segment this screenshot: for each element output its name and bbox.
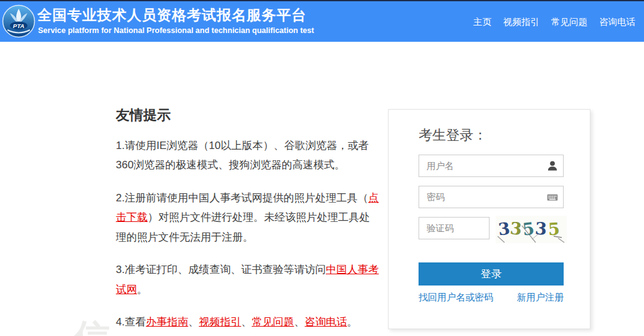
pta-logo: PTA (2, 4, 36, 38)
page-subtitle: Service platform for National Profession… (38, 26, 314, 35)
captcha-field-wrap (419, 217, 490, 239)
tip-4-sep: 、 (241, 316, 252, 328)
tip-item-4: 4.查看办事指南、视频指引、常见问题、咨询电话。 (116, 312, 380, 332)
login-title: 考生登录： (419, 126, 487, 145)
tip-item-3: 3.准考证打印、成绩查询、证书查验等请访问中国人事考试网。 (116, 260, 380, 299)
username-input[interactable] (419, 155, 564, 177)
tip-item-2: 2.注册前请使用中国人事考试网提供的照片处理工具（点击下载）对照片文件进行处理。… (116, 188, 380, 247)
login-links-row: 找回用户名或密码 新用户注册 (419, 292, 564, 304)
register-link[interactable]: 新用户注册 (517, 292, 564, 304)
tips-heading: 友情提示 (116, 106, 380, 125)
svg-text:3: 3 (509, 218, 523, 239)
nav-home-link[interactable]: 主页 (473, 16, 491, 28)
username-field-wrap (419, 155, 564, 177)
phone-red-link[interactable]: 咨询电话 (305, 316, 347, 328)
captcha-digits: 3 3 5 3 5 (496, 216, 567, 243)
header-top-stripe (0, 0, 644, 1)
password-input[interactable] (419, 186, 564, 208)
svg-text:3: 3 (534, 219, 547, 239)
forgot-credentials-link[interactable]: 找回用户名或密码 (419, 292, 493, 304)
tip-4-before: 4.查看 (116, 316, 146, 328)
pta-logo-icon: PTA (2, 4, 36, 38)
svg-text:5: 5 (547, 219, 560, 239)
header: PTA 全国专业技术人员资格考试报名服务平台 Service platform … (0, 1, 644, 42)
captcha-input[interactable] (419, 217, 490, 239)
candidate-login-panel: 考生登录： (388, 109, 590, 329)
svg-text:5: 5 (521, 219, 535, 239)
faq-red-link[interactable]: 常见问题 (252, 316, 294, 328)
service-guide-link[interactable]: 办事指南 (146, 316, 188, 328)
tip-4-after: 。 (347, 316, 358, 328)
watermark-glyph: 信 (73, 319, 110, 336)
tip-4-sep: 、 (294, 316, 305, 328)
tip-2-after: ）对照片文件进行处理。未经该照片处理工具处理的照片文件无法用于注册。 (116, 211, 370, 242)
video-guide-red-link[interactable]: 视频指引 (199, 316, 241, 328)
tip-3-before: 3.准考证打印、成绩查询、证书查验等请访问 (116, 264, 326, 276)
tip-2-before: 2.注册前请使用中国人事考试网提供的照片处理工具（ (116, 192, 368, 204)
password-field-wrap (419, 186, 564, 208)
header-nav: 主页 视频指引 常见问题 咨询电话 (473, 16, 635, 28)
friendly-tips-section: 友情提示 1.请使用IE浏览器（10以上版本）、谷歌浏览器，或者360浏览器的极… (116, 106, 380, 336)
svg-text:3: 3 (497, 219, 511, 239)
page-title: 全国专业技术人员资格考试报名服务平台 (37, 6, 306, 25)
tip-3-after: 。 (137, 284, 148, 295)
tip-item-1: 1.请使用IE浏览器（10以上版本）、谷歌浏览器，或者360浏览器的极速模式、搜… (116, 136, 380, 175)
svg-text:PTA: PTA (13, 22, 24, 29)
tip-1-text: 1.请使用IE浏览器（10以上版本）、谷歌浏览器，或者360浏览器的极速模式、搜… (116, 140, 369, 171)
nav-phone-link[interactable]: 咨询电话 (599, 16, 635, 28)
captcha-image[interactable]: 3 3 5 3 5 (496, 216, 567, 243)
nav-video-guide-link[interactable]: 视频指引 (503, 16, 539, 28)
tip-4-sep: 、 (188, 316, 199, 328)
nav-faq-link[interactable]: 常见问题 (551, 16, 587, 28)
login-button[interactable]: 登录 (419, 262, 564, 286)
